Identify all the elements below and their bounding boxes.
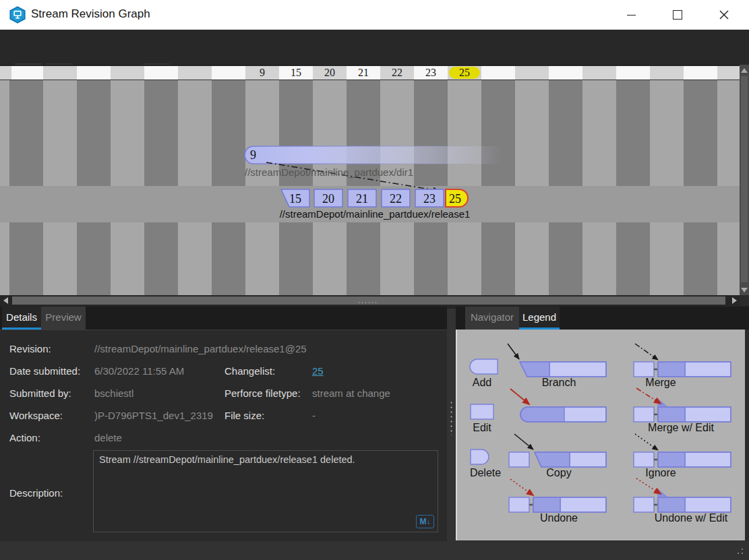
legend-ignore-icon bbox=[630, 432, 738, 470]
app-icon bbox=[9, 6, 26, 26]
node-release1-rev20[interactable]: 20 bbox=[314, 189, 342, 207]
close-button[interactable] bbox=[707, 0, 741, 30]
node-release1-rev15[interactable]: 15 bbox=[281, 189, 309, 207]
node-release1-rev23[interactable]: 23 bbox=[415, 189, 444, 207]
minimize-icon bbox=[627, 15, 636, 15]
markdown-toggle-button[interactable]: M↓ bbox=[416, 515, 434, 528]
legend-edit-label: Edit bbox=[458, 422, 506, 434]
submitted-by-value: bschiestl bbox=[94, 387, 133, 399]
svg-text:25: 25 bbox=[449, 192, 461, 206]
column-header-22[interactable]: 22 bbox=[380, 66, 414, 80]
workspace-value: )P-D796PTS1_dev1_2319 bbox=[94, 410, 213, 421]
legend-edit-icon bbox=[467, 403, 499, 421]
tab-navigator[interactable]: Navigator bbox=[465, 307, 519, 330]
svg-text:22: 22 bbox=[390, 192, 402, 206]
scroll-down-button[interactable] bbox=[739, 284, 749, 295]
legend-delete-label: Delete bbox=[458, 467, 512, 479]
action-value: delete bbox=[94, 432, 122, 443]
description-label: Description: bbox=[9, 487, 63, 499]
stream-path-release1: //streamDepot/mainline_partduex/release1 bbox=[243, 208, 507, 220]
file-size-label: File size: bbox=[224, 410, 264, 421]
scroll-left-icon bbox=[3, 297, 8, 304]
scroll-up-icon bbox=[741, 68, 748, 73]
tab-legend[interactable]: Legend bbox=[519, 307, 560, 330]
revision-column-header-row: 9 15 20 21 22 23 25 bbox=[0, 65, 740, 80]
svg-text:23: 23 bbox=[423, 192, 436, 206]
node-dir1-rev9[interactable]: 9 bbox=[245, 146, 500, 164]
legend-copy-icon bbox=[505, 432, 613, 470]
submitted-by-label: Submitted by: bbox=[9, 387, 71, 399]
node-release1-rev21[interactable]: 21 bbox=[348, 189, 376, 207]
workspace-label: Workspace: bbox=[9, 410, 63, 421]
revision-graph-canvas[interactable]: 9 15 20 21 22 23 bbox=[0, 80, 740, 295]
filetype-label: Perforce filetype: bbox=[224, 387, 301, 399]
legend-merge-w-edit-icon bbox=[630, 387, 738, 425]
legend-undone-label: Undone bbox=[505, 512, 613, 524]
description-box[interactable]: Stream //streamDepot/mainline_partduex/r… bbox=[93, 450, 438, 532]
column-header-15[interactable]: 15 bbox=[279, 66, 313, 80]
maximize-button[interactable] bbox=[661, 0, 694, 30]
node-release1-rev25-selected[interactable]: 25 bbox=[446, 189, 468, 207]
column-header-21[interactable]: 21 bbox=[347, 66, 380, 80]
node-release1-rev22[interactable]: 22 bbox=[382, 189, 410, 207]
close-icon bbox=[719, 10, 729, 20]
horizontal-splitter-handle[interactable] bbox=[357, 301, 379, 304]
column-header-23[interactable]: 23 bbox=[414, 66, 448, 80]
file-size-value: - bbox=[312, 410, 316, 421]
legend-undone-w-edit-icon bbox=[630, 477, 738, 515]
legend-tab-bar: Navigator Legend bbox=[456, 307, 749, 330]
window-title: Stream Revision Graph bbox=[31, 7, 150, 21]
description-text: Stream //streamDepot/mainline_partduex/r… bbox=[99, 454, 355, 465]
graph-vertical-scrollbar[interactable] bbox=[740, 65, 749, 295]
legend-undone-icon bbox=[505, 477, 613, 515]
revision-value: //streamDepot/mainline_partduex/release1… bbox=[94, 343, 307, 354]
vertical-scroll-thumb[interactable] bbox=[741, 76, 748, 282]
scroll-right-button[interactable] bbox=[729, 295, 740, 306]
details-panel: Revision: //streamDepot/mainline_partdue… bbox=[0, 330, 447, 541]
scroll-left-button[interactable] bbox=[0, 295, 11, 306]
stream-revision-graph-window: Stream Revision Graph bbox=[0, 0, 749, 560]
column-header-20[interactable]: 20 bbox=[313, 66, 347, 80]
scroll-down-icon bbox=[741, 288, 748, 292]
legend-add-icon bbox=[467, 358, 499, 375]
svg-text:20: 20 bbox=[322, 192, 334, 206]
tab-details[interactable]: Details bbox=[2, 307, 41, 330]
action-label: Action: bbox=[9, 432, 40, 443]
graph-horizontal-scrollbar[interactable] bbox=[0, 295, 740, 306]
changelist-label: Changelist: bbox=[224, 365, 275, 377]
scroll-up-button[interactable] bbox=[739, 65, 749, 75]
revision-label: Revision: bbox=[9, 343, 51, 354]
column-header-9[interactable]: 9 bbox=[245, 66, 279, 80]
legend-branch-w-edit-icon bbox=[505, 387, 613, 425]
status-bar bbox=[0, 541, 749, 560]
vertical-splitter-handle[interactable] bbox=[450, 400, 453, 435]
maximize-icon bbox=[673, 10, 682, 20]
filetype-value: stream at change bbox=[312, 387, 390, 399]
svg-text:21: 21 bbox=[356, 192, 368, 206]
tab-preview[interactable]: Preview bbox=[41, 307, 86, 330]
svg-text:9: 9 bbox=[250, 148, 256, 162]
legend-add-label: Add bbox=[458, 377, 506, 389]
graph-toolbar bbox=[0, 30, 749, 65]
date-submitted-value: 6/30/2022 11:55 AM bbox=[94, 365, 184, 377]
legend-merge-icon bbox=[630, 342, 738, 379]
scroll-right-icon bbox=[732, 297, 737, 304]
details-tab-bar: Details Preview bbox=[0, 307, 447, 330]
legend-undone-w-edit-label: Undone w/ Edit bbox=[624, 512, 749, 524]
stream-path-dir1: //streamDepot/mainline_partduex/dir1 bbox=[245, 166, 413, 178]
legend-branch-icon bbox=[505, 342, 613, 379]
column-header-25-highlighted[interactable]: 25 bbox=[449, 67, 480, 79]
changelist-link[interactable]: 25 bbox=[312, 365, 324, 377]
minimize-button[interactable] bbox=[614, 0, 648, 30]
svg-text:15: 15 bbox=[289, 192, 301, 206]
legend-delete-icon bbox=[467, 448, 499, 466]
date-submitted-label: Date submitted: bbox=[9, 365, 80, 377]
title-bar[interactable]: Stream Revision Graph bbox=[0, 0, 749, 30]
